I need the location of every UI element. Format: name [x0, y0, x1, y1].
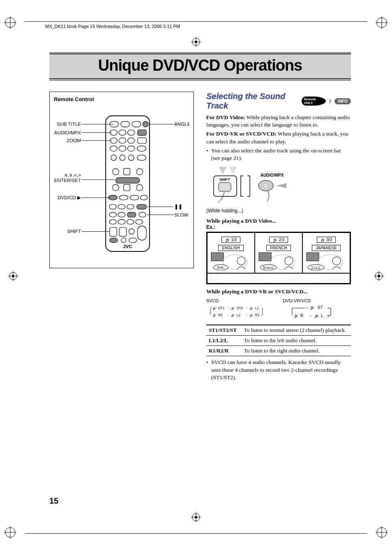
- svg-point-60: [109, 204, 116, 209]
- svg-text:→: →: [227, 306, 230, 310]
- svg-text:🔊: 🔊: [314, 313, 320, 318]
- svg-rect-54: [124, 184, 130, 191]
- svg-point-49: [113, 168, 119, 175]
- svg-rect-31: [132, 122, 141, 127]
- svg-text:1: 1: [265, 183, 267, 188]
- cycle-title: SVCD: [206, 298, 274, 303]
- bullet-list: You can also select the audio track usin…: [206, 147, 351, 162]
- table-row: L1/L2/LTo listen to the left audio chann…: [206, 336, 351, 346]
- svg-point-35: [128, 130, 135, 136]
- register-mark-icon: [191, 37, 201, 47]
- section-title: Selecting the Sound Track: [206, 92, 298, 111]
- svg-text:ZOOM: ZOOM: [67, 138, 81, 143]
- svg-point-55: [136, 184, 143, 191]
- cycle-diagrams: SVCD 🔊ST1 → 🔊ST2 → 🔊L1 🔊R2 ← 🔊L2 ← 🔊R1: [206, 298, 351, 320]
- svg-point-58: [130, 195, 138, 200]
- svg-marker-99: [219, 167, 227, 174]
- page-title: Unique DVD/VCD Operations: [49, 57, 351, 74]
- svg-point-42: [119, 146, 126, 152]
- subheading: While playing a DVD-VR or SVCD/VCD...: [206, 288, 351, 295]
- svg-point-115: [285, 257, 293, 265]
- svg-rect-102: [219, 182, 231, 191]
- svg-rect-50: [124, 168, 130, 175]
- audio-channel-table: ST1/ST2/STTo listen to normal stereo (2 …: [206, 325, 351, 356]
- svg-text:←: ←: [309, 313, 313, 318]
- svg-point-76: [110, 238, 118, 243]
- note-list: SVCD can have 4 audio channels. Karaoke …: [206, 359, 351, 381]
- svg-rect-72: [110, 228, 117, 236]
- table-row: R1/R2/RTo listen to the right audio chan…: [206, 346, 351, 356]
- frame-line: [25, 21, 367, 22]
- svg-point-69: [118, 219, 125, 224]
- svg-rect-118: [307, 253, 319, 261]
- document-header-meta: MX_DK11.book Page 15 Wednesday, December…: [45, 24, 180, 29]
- svg-rect-66: [127, 212, 136, 217]
- svg-rect-75: [138, 226, 146, 240]
- svg-text:JVC: JVC: [123, 244, 132, 249]
- svg-text:Hello: Hello: [217, 266, 224, 269]
- table-row: ST1/ST2/STTo listen to normal stereo (2 …: [206, 325, 351, 336]
- lang-cell: 🔊 1/3 ENGLISH Hello: [207, 233, 255, 273]
- svg-point-78: [129, 238, 136, 243]
- svg-text:🔊: 🔊: [231, 306, 235, 311]
- svg-text:ST1: ST1: [218, 306, 225, 310]
- svg-text:→: →: [245, 306, 249, 310]
- svg-point-57: [119, 195, 128, 200]
- svg-text:DVD/CD ▶: DVD/CD ▶: [58, 195, 81, 200]
- remote-only-badge: Remote ONLY: [302, 97, 326, 106]
- remote-illustration: JVC SUB TITLE AUDIO: [54, 106, 189, 262]
- info-badge: INFO: [334, 98, 351, 104]
- svg-text:🔊: 🔊: [294, 313, 299, 318]
- svg-text:SHIFT: SHIFT: [67, 228, 81, 234]
- crop-mark-icon: [376, 526, 388, 539]
- bullet-item: You can also select the audio track usin…: [206, 147, 351, 162]
- svg-text:SLOW −,+: SLOW −,+: [174, 212, 189, 217]
- svg-text:L2: L2: [237, 313, 241, 317]
- svg-point-71: [136, 219, 143, 224]
- svg-point-48: [137, 155, 146, 161]
- svg-point-38: [119, 138, 126, 143]
- svg-point-44: [137, 146, 146, 152]
- svg-text:←: ←: [245, 313, 249, 317]
- svg-point-110: [237, 257, 245, 265]
- lang-grid-footer: [207, 273, 350, 283]
- frame-line: [25, 533, 367, 534]
- example-label: Ex.:: [206, 224, 351, 230]
- svg-text:R1: R1: [255, 313, 260, 317]
- svg-point-34: [119, 130, 126, 136]
- svg-rect-52: [115, 177, 139, 183]
- svg-rect-73: [119, 228, 126, 236]
- register-mark-icon: [8, 271, 18, 281]
- svg-text:∧,∨,<,>: ∧,∨,<,>: [64, 172, 81, 177]
- svg-marker-107: [276, 183, 286, 188]
- svg-point-56: [108, 195, 117, 200]
- cycle-title: DVD-VR/VCD: [283, 298, 351, 303]
- svg-point-45: [111, 155, 117, 161]
- remote-box-title: Remote Control: [54, 96, 189, 102]
- shift-button-diagram: SHIFT AUDIO/MPX 1: [206, 167, 351, 208]
- svg-point-51: [136, 168, 143, 175]
- holding-note: (While holding...): [206, 208, 351, 214]
- svg-text:L: L: [321, 313, 323, 318]
- page-number: 15: [49, 496, 58, 506]
- svg-text:ANGLE: ANGLE: [174, 121, 189, 127]
- svg-text:L1: L1: [255, 306, 259, 310]
- svg-rect-36: [138, 130, 146, 136]
- register-mark-icon: [374, 271, 384, 281]
- svg-point-74: [129, 229, 134, 235]
- svg-text:AUDIO/MPX: AUDIO/MPX: [261, 173, 284, 177]
- svg-text:🔊: 🔊: [212, 306, 217, 311]
- svg-rect-113: [259, 253, 271, 261]
- svg-text:おはよ: おはよ: [311, 266, 321, 269]
- svg-text:❚❚: ❚❚: [174, 204, 182, 210]
- svg-point-43: [128, 146, 135, 152]
- note-item: SVCD can have 4 audio channels. Karaoke …: [206, 359, 351, 381]
- page-title-bar: Unique DVD/VCD Operations: [49, 53, 351, 79]
- svg-point-62: [127, 204, 134, 209]
- crop-mark-icon: [4, 526, 16, 539]
- svg-point-68: [109, 219, 116, 224]
- remote-control-diagram: Remote Control: [49, 92, 194, 268]
- svg-point-61: [118, 204, 125, 209]
- svg-text:Bonjour: Bonjour: [263, 266, 274, 269]
- crop-mark-icon: [4, 16, 16, 29]
